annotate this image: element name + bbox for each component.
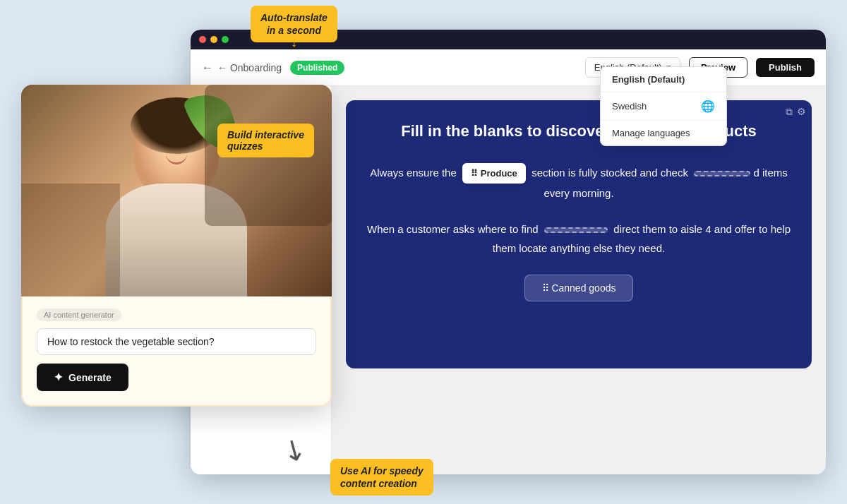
publish-button[interactable]: Publish — [756, 58, 815, 77]
use-ai-callout: Use AI for speedy content creation — [330, 459, 433, 496]
use-ai-line1: Use AI for speedy — [340, 464, 424, 477]
auto-translate-line1: Auto-translate — [260, 11, 328, 24]
dropdown-item-swedish[interactable]: Swedish 🌐 — [601, 92, 726, 120]
generate-label: Generate — [68, 372, 112, 383]
content-area: ⧉ ⚙ Fill in the blanks to discover about… — [332, 86, 826, 474]
back-arrow-icon: ← — [202, 61, 213, 74]
dropdown-item-english[interactable]: English (Default) — [601, 67, 726, 92]
page-title: ← Onboarding — [217, 62, 282, 73]
sentence2-pre: When a customer asks where to find — [367, 223, 539, 235]
dot-yellow — [210, 36, 217, 43]
back-button[interactable]: ← ← Onboarding — [202, 61, 282, 74]
copy-icon[interactable]: ⧉ — [786, 106, 793, 118]
fill-blank-2[interactable] — [544, 227, 608, 233]
auto-translate-callout: Auto-translate in a second ↓ — [251, 6, 337, 42]
ai-card-image — [21, 85, 332, 296]
published-badge: Published — [290, 61, 344, 75]
ai-label: AI content generator — [37, 308, 121, 321]
quiz-card: ⧉ ⚙ Fill in the blanks to discover about… — [346, 100, 812, 368]
sparkle-icon: ✦ — [54, 371, 63, 384]
bg-blur-2 — [21, 184, 120, 296]
sentence1-pre: Always ensure the — [370, 167, 457, 179]
generate-button[interactable]: ✦ Generate — [37, 364, 128, 391]
canned-goods-button[interactable]: ⠿ Canned goods — [524, 275, 634, 301]
quizzes-line2: quizzes — [227, 140, 304, 152]
quiz-sentence-2: When a customer asks where to find direc… — [367, 220, 791, 258]
quiz-sentence-1: Always ensure the ⠿ Produce section is f… — [367, 163, 791, 203]
ai-card-bottom: AI content generator How to restock the … — [21, 296, 332, 407]
sentence1-post: section is fully stocked and check — [531, 167, 688, 179]
produce-tag[interactable]: ⠿ Produce — [462, 163, 526, 184]
quizzes-line1: Build interactive — [227, 129, 304, 140]
callout-arrow-down: ↓ — [290, 32, 297, 51]
dot-red — [199, 36, 206, 43]
fill-blank-1[interactable] — [694, 171, 750, 176]
settings-icon[interactable]: ⚙ — [797, 106, 806, 118]
quiz-title: Fill in the blanks to discover about our… — [367, 121, 791, 142]
build-quizzes-callout: Build interactive quizzes — [217, 124, 314, 157]
ai-input[interactable]: How to restock the vegetable section? — [37, 328, 316, 355]
dot-green — [222, 36, 229, 43]
dropdown-item-manage[interactable]: Manage languages — [601, 121, 726, 145]
app-header: ← ← Onboarding Published English (Defaul… — [191, 49, 826, 86]
use-ai-line2: content creation — [340, 477, 424, 490]
language-dropdown: English (Default) Swedish 🌐 Manage langu… — [600, 66, 727, 146]
globe-icon: 🌐 — [701, 100, 715, 113]
card-icons: ⧉ ⚙ — [786, 106, 806, 118]
